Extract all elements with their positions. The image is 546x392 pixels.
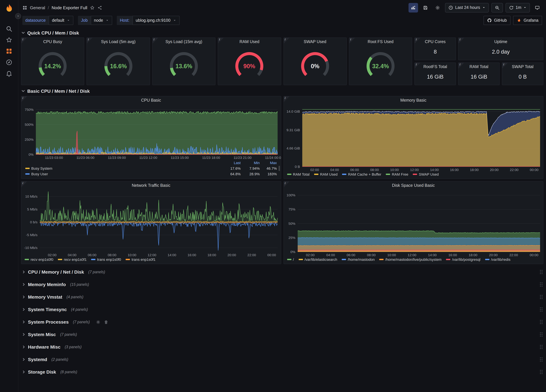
- legend-series-toggle[interactable]: trans enp1s0f0: [91, 257, 121, 261]
- legend-column-header[interactable]: Min: [240, 161, 260, 165]
- row-toggle-storage-disk[interactable]: Storage Disk(8 panels): [21, 366, 543, 378]
- panel-info-corner-icon[interactable]: i: [218, 38, 224, 43]
- row-toggle-memory-vmstat[interactable]: Memory Vmstat(4 panels): [21, 291, 543, 303]
- panel-title[interactable]: Uptime: [459, 38, 543, 46]
- legend-column-header[interactable]: Last: [221, 161, 240, 165]
- breadcrumb-section[interactable]: General: [30, 5, 45, 10]
- legend-series-toggle[interactable]: RAM Free: [386, 172, 408, 176]
- row-toggle-system-processes[interactable]: System Processes(7 panels): [21, 316, 543, 328]
- legend-series-toggle[interactable]: /var/lib/elasticsearch: [299, 257, 337, 261]
- panel-info-corner-icon[interactable]: i: [415, 38, 421, 43]
- drag-handle-icon[interactable]: [540, 282, 543, 287]
- panel-info-corner-icon[interactable]: i: [21, 38, 27, 43]
- legend-series-toggle[interactable]: /home/mastodon: [342, 257, 375, 261]
- sidebar-search-icon[interactable]: [6, 25, 13, 32]
- variable-value-dropdown[interactable]: ublog.ipng.ch:9100: [132, 16, 180, 25]
- panel-title[interactable]: SWAP Used: [284, 38, 346, 46]
- github-link-button[interactable]: GitHub: [483, 16, 510, 25]
- panel-info-corner-icon[interactable]: i: [415, 63, 421, 68]
- panel-info-corner-icon[interactable]: i: [502, 63, 508, 68]
- legend-series-toggle[interactable]: Busy System: [25, 166, 221, 170]
- row-toggle-systemd[interactable]: Systemd(2 panels): [21, 353, 543, 366]
- panel-info-corner-icon[interactable]: i: [21, 96, 27, 102]
- panel-title[interactable]: CPU Cores: [415, 38, 456, 46]
- variable-value-dropdown[interactable]: node: [91, 16, 112, 25]
- legend-series-toggle[interactable]: /var/lib/redis: [485, 257, 510, 261]
- panel-title[interactable]: RootFS Total: [415, 63, 456, 71]
- legend-column-header[interactable]: Max: [260, 161, 277, 165]
- panel-title[interactable]: Memory Basic: [284, 96, 543, 105]
- drag-handle-icon[interactable]: [540, 345, 543, 349]
- drag-handle-icon[interactable]: [540, 320, 543, 324]
- panel-info-corner-icon[interactable]: i: [284, 181, 289, 187]
- panel-title[interactable]: RAM Total: [459, 63, 499, 71]
- kiosk-mode-button[interactable]: [533, 3, 542, 12]
- gear-small-icon[interactable]: [96, 320, 100, 324]
- variable-value-dropdown[interactable]: default: [49, 16, 73, 25]
- grafana-logo-icon[interactable]: [4, 3, 14, 14]
- legend-series-toggle[interactable]: recv enp1s0f1: [58, 257, 86, 261]
- panel-title[interactable]: Root FS Used: [349, 38, 412, 46]
- sidebar-expand-toggle[interactable]: ›: [15, 13, 21, 19]
- save-dashboard-button[interactable]: [421, 3, 430, 12]
- panel-info-corner-icon[interactable]: i: [459, 63, 464, 68]
- legend-scrollbar[interactable]: [279, 166, 280, 171]
- legend-series-toggle[interactable]: /: [287, 257, 294, 261]
- panel-title[interactable]: CPU Basic: [21, 96, 281, 105]
- panel-title[interactable]: CPU Busy: [21, 38, 84, 46]
- legend-series-toggle[interactable]: trans enp1s0f1: [126, 257, 156, 261]
- chart-network[interactable]: -10 Mb/s-5 Mb/s0 b/s5 Mb/s10 Mb/s02:0004…: [21, 190, 281, 257]
- grafana-link-button[interactable]: Grafana: [513, 16, 542, 25]
- svg-text:12:00: 12:00: [410, 168, 419, 172]
- refresh-button[interactable]: 1m: [505, 3, 530, 12]
- legend-series-toggle[interactable]: SWAP Used: [413, 172, 439, 176]
- panel-info-corner-icon[interactable]: i: [284, 96, 289, 102]
- row-toggle-system-misc[interactable]: System Misc(7 panels): [21, 328, 543, 341]
- star-icon[interactable]: [90, 5, 95, 10]
- panel-title[interactable]: Sys Load (5m avg): [87, 38, 150, 46]
- drag-handle-icon[interactable]: [540, 307, 543, 312]
- sidebar-star-icon[interactable]: [6, 37, 13, 43]
- sidebar-apps-icon[interactable]: [6, 48, 13, 55]
- row-toggle-system-timesync[interactable]: System Timesync(4 panels): [21, 303, 543, 316]
- row-toggle-hardware-misc[interactable]: Hardware Misc(3 panels): [21, 341, 543, 353]
- trash-icon[interactable]: [104, 320, 108, 324]
- dashboard-settings-button[interactable]: [433, 3, 442, 12]
- sidebar-compass-icon[interactable]: [6, 59, 13, 66]
- panel-info-corner-icon[interactable]: i: [284, 38, 289, 43]
- row-toggle-basic-cpu-mem-net-disk[interactable]: Basic CPU / Mem / Net / Disk: [21, 86, 543, 96]
- legend-series-toggle[interactable]: Busy User: [25, 172, 221, 176]
- panel-info-corner-icon[interactable]: i: [459, 38, 464, 43]
- legend-series-toggle[interactable]: recv enp1s0f0: [25, 257, 53, 261]
- legend-series-toggle[interactable]: /home/mastodon/live/public/system: [379, 257, 442, 261]
- chart-disk[interactable]: 0%25%50%75%100%02:0004:0006:0008:0010:00…: [284, 190, 543, 257]
- panel-title[interactable]: SWAP Total: [502, 63, 543, 71]
- row-toggle-quick-cpu-mem-disk[interactable]: Quick CPU / Mem / Disk: [21, 28, 543, 38]
- panel-title[interactable]: Disk Space Used Basic: [284, 181, 543, 190]
- panel-info-corner-icon[interactable]: i: [87, 38, 93, 43]
- row-toggle-memory-meminfo[interactable]: Memory Meminfo(15 panels): [21, 278, 543, 291]
- zoom-out-button[interactable]: [491, 3, 503, 12]
- panel-title[interactable]: Sys Load (15m avg): [153, 38, 215, 46]
- time-range-button[interactable]: Last 24 hours: [445, 3, 489, 12]
- chart-memory[interactable]: 0 B4.66 GiB9.31 GiB14.0 GiB02:0004:0006:…: [284, 105, 543, 172]
- legend-series-toggle[interactable]: RAM Used: [314, 172, 338, 176]
- share-icon[interactable]: [98, 5, 103, 10]
- legend-series-toggle[interactable]: RAM Total: [287, 172, 310, 176]
- panel-title[interactable]: RAM Used: [218, 38, 281, 46]
- panel-title[interactable]: Network Traffic Basic: [21, 181, 281, 190]
- drag-handle-icon[interactable]: [540, 332, 543, 337]
- panel-info-corner-icon[interactable]: i: [21, 181, 27, 187]
- panel-info-corner-icon[interactable]: i: [349, 38, 355, 43]
- legend-series-toggle[interactable]: RAM Cache + Buffer: [342, 172, 381, 176]
- panel-info-corner-icon[interactable]: i: [153, 38, 158, 43]
- legend-series-toggle[interactable]: /var/lib/postgresql: [446, 257, 480, 261]
- row-toggle-cpu-memory-net-disk[interactable]: CPU / Memory / Net / Disk(7 panels): [21, 266, 543, 278]
- drag-handle-icon[interactable]: [540, 295, 543, 299]
- drag-handle-icon[interactable]: [540, 270, 543, 274]
- drag-handle-icon[interactable]: [540, 370, 543, 374]
- chart-cpu[interactable]: 0%250%500%750%11/23 03:0011/23 06:0011/2…: [21, 105, 281, 160]
- drag-handle-icon[interactable]: [540, 357, 543, 362]
- add-panel-button[interactable]: [409, 3, 418, 12]
- sidebar-bell-icon[interactable]: [6, 70, 13, 77]
